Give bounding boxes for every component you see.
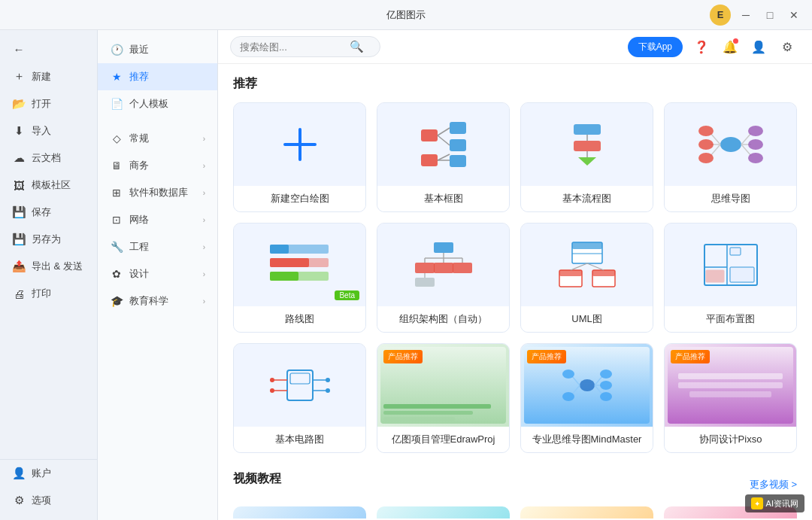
template-card-org-auto[interactable]: 组织架构图（自动） [377, 223, 510, 333]
nav-item-engineering[interactable]: 🔧 工程 › [98, 233, 217, 260]
sidebar-item-account[interactable]: 👤 账户 [0, 460, 97, 487]
app-title: 亿图图示 [386, 8, 426, 22]
template-card-basic-flow[interactable]: 基本流程图 [520, 102, 653, 212]
svg-line-8 [438, 154, 450, 160]
template-label-circuit: 基本电路图 [234, 427, 365, 452]
svg-point-75 [600, 381, 612, 390]
template-preview-edrawproj: 产品推荐 [377, 344, 509, 427]
minimize-button[interactable]: ─ [737, 6, 755, 24]
template-card-mindmap[interactable]: 思维导图 [664, 102, 797, 212]
svg-rect-35 [434, 242, 453, 253]
svg-line-80 [572, 385, 580, 394]
template-preview-route: Beta [234, 224, 365, 306]
template-label-basic-flow: 基本流程图 [521, 186, 653, 211]
nav-network-label: 网络 [129, 213, 149, 227]
svg-point-18 [748, 126, 763, 136]
sidebar-export-label: 导出 & 发送 [32, 260, 83, 273]
sidebar-item-options[interactable]: ⚙ 选项 [0, 487, 97, 514]
nav-item-design[interactable]: ✿ 设计 › [98, 260, 217, 287]
chevron-right-icon4: › [203, 216, 205, 224]
nav-item-education[interactable]: 🎓 教育科学 › [98, 287, 217, 315]
more-videos-link[interactable]: 更多视频 > [750, 478, 797, 491]
search-input[interactable] [240, 41, 345, 53]
product-tag-pixso: 产品推荐 [671, 350, 710, 363]
svg-rect-13 [574, 141, 601, 151]
svg-line-6 [438, 135, 450, 145]
svg-rect-52 [592, 270, 615, 276]
business-icon: 🖥 [110, 160, 123, 172]
nav-item-general[interactable]: ◇ 常规 › [98, 125, 217, 152]
search-box[interactable]: 🔍 [230, 36, 380, 57]
chevron-right-icon7: › [203, 297, 205, 306]
template-preview-pixso: 产品推荐 [665, 344, 796, 427]
left-sidebar: ← ＋ 新建 📂 打开 ⬇ 导入 ☁ 云文档 🖼 模板社区 💾 保存 💾 另存为 [0, 30, 98, 520]
org-chart-icon [410, 239, 477, 291]
svg-marker-15 [578, 157, 596, 166]
user-icon[interactable]: 👤 [749, 37, 768, 56]
template-card-pixso[interactable]: 产品推荐 协同设计Pixso [664, 343, 797, 453]
design-icon: ✿ [110, 268, 123, 280]
template-card-circuit[interactable]: 基本电路图 [233, 343, 366, 453]
sidebar-item-import[interactable]: ⬇ 导入 [0, 117, 97, 144]
user-avatar[interactable]: E [710, 5, 731, 26]
svg-rect-45 [415, 278, 435, 287]
back-icon: ← [12, 43, 26, 56]
sidebar-item-print[interactable]: 🖨 打印 [0, 280, 97, 307]
nav-item-network[interactable]: ⊡ 网络 › [98, 206, 217, 233]
video-card-3[interactable] [520, 506, 653, 518]
help-icon[interactable]: ❓ [692, 37, 711, 56]
toolbar-right: 下载App ❓ 🔔 👤 ⚙ [628, 37, 797, 57]
nav-item-software[interactable]: ⊞ 软件和数据库 › [98, 179, 217, 206]
template-card-layout[interactable]: 平面布置图 [664, 223, 797, 333]
svg-rect-4 [450, 139, 466, 151]
recommend-section-title: 推荐 [233, 76, 797, 92]
svg-rect-32 [270, 258, 309, 267]
sidebar-template-label: 模板社区 [32, 178, 71, 192]
flow-diagram-icon [557, 118, 617, 171]
sidebar-print-label: 打印 [32, 287, 51, 300]
template-card-basic-frame[interactable]: 基本框图 [377, 102, 510, 212]
notification-icon[interactable]: 🔔 [720, 37, 740, 56]
gear-icon: ⚙ [782, 40, 792, 54]
maximize-button[interactable]: □ [761, 6, 779, 24]
watermark: ✦ AI资讯网 [745, 494, 804, 512]
template-card-mindmaster[interactable]: 产品推荐 [520, 343, 653, 453]
video-card-1[interactable] [233, 506, 366, 518]
account-icon: 👤 [12, 467, 26, 480]
chevron-right-icon3: › [203, 189, 205, 197]
nav-item-personal[interactable]: 📄 个人模板 [98, 90, 217, 117]
sidebar-item-new[interactable]: ＋ 新建 [0, 62, 97, 90]
notification-badge [733, 38, 738, 44]
template-card-edrawproj[interactable]: 产品推荐 亿图项目管理EdrawProj [377, 343, 510, 453]
nav-item-recommend[interactable]: ★ 推荐 [98, 63, 217, 90]
template-grid: 新建空白绘图 [233, 102, 797, 453]
saveas-icon: 💾 [12, 233, 26, 246]
nav-item-recent[interactable]: 🕐 最近 [98, 36, 217, 63]
close-button[interactable]: ✕ [785, 6, 803, 24]
sidebar-item-saveas[interactable]: 💾 另存为 [0, 226, 97, 253]
video-card-2[interactable] [377, 506, 510, 518]
main-layout: ← ＋ 新建 📂 打开 ⬇ 导入 ☁ 云文档 🖼 模板社区 💾 保存 💾 另存为 [0, 30, 812, 520]
person-icon: 👤 [751, 40, 766, 54]
sidebar-item-export[interactable]: 📤 导出 & 发送 [0, 253, 97, 280]
sidebar-options-label: 选项 [32, 494, 51, 507]
template-preview-mindmap [665, 103, 796, 186]
template-card-uml[interactable]: UML图 [520, 223, 653, 333]
svg-rect-34 [270, 272, 298, 281]
template-label-basic-frame: 基本框图 [377, 186, 509, 211]
sidebar-cloud-label: 云文档 [32, 151, 61, 165]
sidebar-item-cloud[interactable]: ☁ 云文档 [0, 144, 97, 172]
nav-item-business[interactable]: 🖥 商务 › [98, 152, 217, 179]
sidebar-item-back[interactable]: ← [0, 36, 97, 62]
sidebar-item-template[interactable]: 🖼 模板社区 [0, 172, 97, 199]
template-card-route[interactable]: Beta 路线图 [233, 223, 366, 333]
template-card-new-blank[interactable]: 新建空白绘图 [233, 102, 366, 212]
download-app-button[interactable]: 下载App [628, 37, 683, 57]
product-tag-edrawproj: 产品推荐 [383, 350, 423, 363]
svg-rect-10 [450, 155, 466, 167]
nav-recent-label: 最近 [129, 43, 149, 56]
sidebar-item-save[interactable]: 💾 保存 [0, 199, 97, 226]
sidebar-item-open[interactable]: 📂 打开 [0, 90, 97, 117]
settings-icon[interactable]: ⚙ [777, 37, 797, 56]
template-label-org-auto: 组织架构图（自动） [377, 306, 509, 332]
